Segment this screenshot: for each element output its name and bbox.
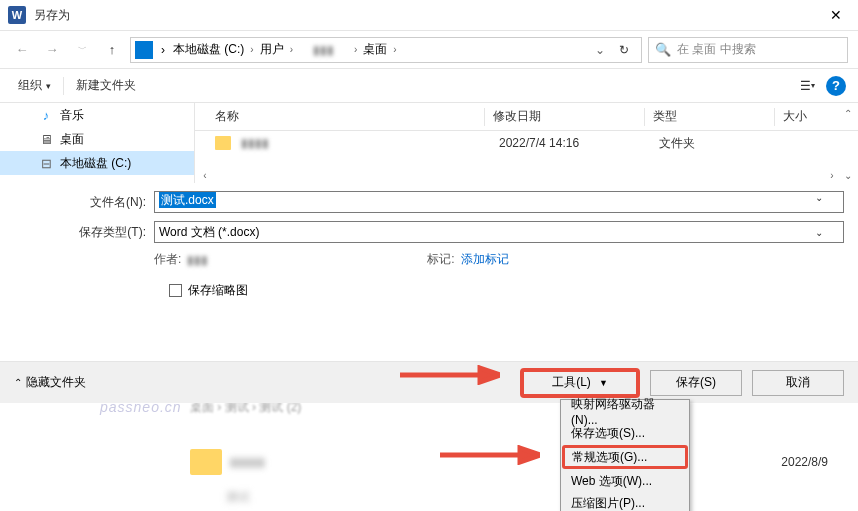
sidebar-item-local-disk[interactable]: ⊟ 本地磁盘 (C:): [0, 151, 194, 175]
refresh-button[interactable]: ↻: [613, 43, 637, 57]
file-list-header: 名称 修改日期 类型 大小: [195, 103, 858, 131]
breadcrumb[interactable]: › 本地磁盘 (C:) › 用户 › ▮▮▮ › 桌面 › ⌄ ↻: [130, 37, 642, 63]
filetype-select[interactable]: Word 文档 (*.docx) ⌄: [154, 221, 844, 243]
sidebar-item-desktop[interactable]: 🖥 桌面: [0, 127, 194, 151]
breadcrumb-item[interactable]: 本地磁盘 (C:): [169, 41, 248, 58]
chevron-down-icon[interactable]: ⌄: [815, 227, 823, 238]
column-date[interactable]: 修改日期: [485, 108, 645, 126]
column-name[interactable]: 名称: [195, 108, 485, 126]
author-label: 作者:: [154, 251, 181, 268]
search-input[interactable]: 🔍 在 桌面 中搜索: [648, 37, 848, 63]
thumbnail-label: 保存缩略图: [188, 282, 248, 299]
tools-button[interactable]: 工具(L) ▼: [520, 368, 640, 398]
dropdown-item-web-options[interactable]: Web 选项(W)...: [561, 470, 689, 492]
main-area: ♪ 音乐 🖥 桌面 ⊟ 本地磁盘 (C:) ⌃ 名称 修改日期 类型 大小 ▮▮…: [0, 103, 858, 183]
address-bar: ← → ﹀ ↑ › 本地磁盘 (C:) › 用户 › ▮▮▮ › 桌面 › ⌄ …: [0, 31, 858, 69]
word-app-icon: W: [8, 6, 26, 24]
file-date: 2022/7/4 14:16: [491, 136, 651, 150]
scroll-up-arrow[interactable]: ⌃: [840, 105, 856, 121]
sidebar-item-label: 桌面: [60, 131, 84, 148]
nav-forward-button: →: [40, 38, 64, 62]
nav-up-button[interactable]: ↑: [100, 38, 124, 62]
breadcrumb-sep: ›: [391, 44, 398, 55]
background-item-redacted: 测试: [226, 489, 250, 506]
titlebar: W 另存为 ✕: [0, 0, 858, 31]
file-name-redacted: ▮▮▮▮: [237, 136, 491, 150]
author-value-redacted[interactable]: ▮▮▮: [187, 253, 247, 267]
scroll-down-arrow[interactable]: ⌄: [840, 167, 856, 183]
svg-marker-3: [520, 448, 540, 462]
breadcrumb-item-redacted[interactable]: ▮▮▮: [295, 43, 352, 57]
annotation-arrow-2: [440, 445, 540, 465]
footer: ⌃ 隐藏文件夹 工具(L) ▼ 保存(S) 取消: [0, 361, 858, 403]
background-date: 2022/8/9: [781, 455, 828, 469]
tools-label: 工具(L): [552, 374, 591, 391]
breadcrumb-dropdown[interactable]: ⌄: [587, 43, 613, 57]
disk-icon: ⊟: [38, 155, 54, 171]
filetype-label: 保存类型(T):: [14, 224, 154, 241]
sidebar-item-music[interactable]: ♪ 音乐: [0, 103, 194, 127]
chevron-up-icon: ⌃: [14, 377, 22, 388]
sidebar: ♪ 音乐 🖥 桌面 ⊟ 本地磁盘 (C:): [0, 103, 195, 183]
thumbnail-checkbox[interactable]: [169, 284, 182, 297]
nav-recent-button[interactable]: ﹀: [70, 38, 94, 62]
cancel-button[interactable]: 取消: [752, 370, 844, 396]
dropdown-item-general-options[interactable]: 常规选项(G)...: [562, 445, 688, 469]
hide-folders-toggle[interactable]: ⌃ 隐藏文件夹: [14, 374, 86, 391]
search-placeholder: 在 桌面 中搜索: [677, 41, 756, 58]
file-list: ⌃ 名称 修改日期 类型 大小 ▮▮▮▮ 2022/7/4 14:16 文件夹 …: [195, 103, 858, 183]
file-row[interactable]: ▮▮▮▮ 2022/7/4 14:16 文件夹: [195, 131, 858, 155]
nav-back-button[interactable]: ←: [10, 38, 34, 62]
new-folder-button[interactable]: 新建文件夹: [70, 73, 142, 98]
music-icon: ♪: [38, 107, 54, 123]
separator: [63, 77, 64, 95]
save-button[interactable]: 保存(S): [650, 370, 742, 396]
filetype-value: Word 文档 (*.docx): [159, 224, 259, 241]
close-button[interactable]: ✕: [813, 0, 858, 31]
sidebar-item-label: 本地磁盘 (C:): [60, 155, 131, 172]
sidebar-item-label: 音乐: [60, 107, 84, 124]
breadcrumb-sep: ›: [157, 43, 169, 57]
breadcrumb-sep: ›: [248, 44, 255, 55]
column-size[interactable]: 大小: [775, 108, 835, 125]
organize-button[interactable]: 组织▾: [12, 73, 57, 98]
file-type: 文件夹: [651, 135, 781, 152]
background-item-redacted: ▮▮▮▮▮: [230, 455, 265, 469]
desktop-icon: 🖥: [38, 131, 54, 147]
chevron-down-icon: ▼: [599, 378, 608, 388]
filename-label: 文件名(N):: [14, 194, 154, 211]
folder-icon: [190, 449, 222, 475]
folder-icon: [215, 136, 231, 150]
toolbar: 组织▾ 新建文件夹 ☰▾ ?: [0, 69, 858, 103]
add-tag-link[interactable]: 添加标记: [461, 251, 509, 268]
breadcrumb-item[interactable]: 用户: [256, 41, 288, 58]
form-area: 文件名(N): 测试.docx ⌄ 保存类型(T): Word 文档 (*.do…: [0, 183, 858, 299]
column-type[interactable]: 类型: [645, 108, 775, 126]
dropdown-item-compress-pictures[interactable]: 压缩图片(P)...: [561, 492, 689, 511]
breadcrumb-sep: ›: [288, 44, 295, 55]
filename-value: 测试.docx: [159, 192, 216, 208]
breadcrumb-sep: ›: [352, 44, 359, 55]
scroll-right-arrow[interactable]: ›: [824, 167, 840, 183]
tools-dropdown-menu: 映射网络驱动器(N)... 保存选项(S)... 常规选项(G)... Web …: [560, 399, 690, 511]
search-icon: 🔍: [655, 42, 671, 57]
scroll-left-arrow[interactable]: ‹: [197, 167, 213, 183]
dropdown-item-map-network-drive[interactable]: 映射网络驱动器(N)...: [561, 400, 689, 422]
view-options-button[interactable]: ☰▾: [796, 75, 818, 97]
hide-folders-label: 隐藏文件夹: [26, 374, 86, 391]
filename-input[interactable]: 测试.docx ⌄: [154, 191, 844, 213]
window-title: 另存为: [34, 7, 813, 24]
disk-icon: [135, 41, 153, 59]
watermark: passneo.cn: [100, 399, 182, 415]
chevron-down-icon[interactable]: ⌄: [815, 192, 823, 203]
help-button[interactable]: ?: [826, 76, 846, 96]
tag-label: 标记:: [427, 251, 454, 268]
breadcrumb-item[interactable]: 桌面: [359, 41, 391, 58]
